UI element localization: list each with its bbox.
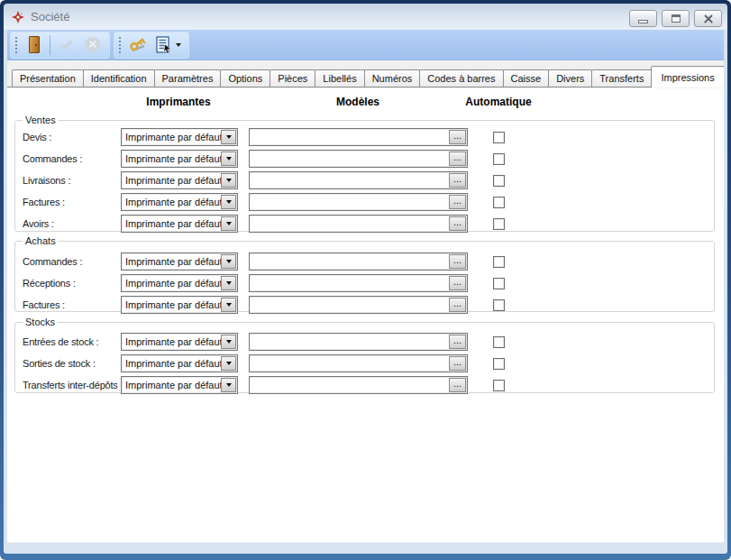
tools-button[interactable] [125, 33, 150, 57]
validate-button[interactable] [54, 33, 78, 57]
printer-select[interactable]: Imprimante par défaut [121, 252, 238, 271]
restore-button[interactable] [662, 10, 690, 27]
impressions-page: Imprimantes Modèles Automatique Ventes D… [7, 88, 724, 542]
chevron-down-icon[interactable] [221, 151, 236, 166]
browse-button[interactable]: ... [449, 173, 466, 188]
tab-presentation[interactable]: Présentation [12, 69, 84, 87]
printer-select[interactable]: Imprimante par défaut [121, 354, 238, 372]
automatic-checkbox[interactable] [493, 256, 505, 268]
model-field: ... [249, 128, 468, 146]
automatic-checkbox[interactable] [493, 153, 505, 165]
browse-button[interactable]: ... [449, 195, 466, 209]
row-label: Sorties de stock : [23, 358, 121, 369]
automatic-checkbox[interactable] [493, 336, 505, 348]
tab-codes-a-barres[interactable]: Codes à barres [419, 69, 503, 87]
chevron-down-icon[interactable] [221, 173, 236, 188]
toolbar-grip-handle[interactable] [14, 35, 17, 54]
toolbar-grip-handle[interactable] [117, 35, 121, 54]
browse-button[interactable]: ... [449, 335, 466, 349]
group-achats: Achats Commandes : Imprimante par défaut… [14, 235, 715, 312]
model-input[interactable] [250, 277, 449, 289]
app-logo-icon [11, 10, 25, 24]
cancel-button[interactable] [80, 33, 105, 57]
chevron-down-icon[interactable] [221, 356, 236, 371]
report-list-icon [155, 36, 173, 54]
printer-select[interactable]: Imprimante par défaut [121, 274, 238, 292]
printer-select[interactable]: Imprimante par défaut [121, 215, 238, 233]
tab-options[interactable]: Options [220, 69, 270, 87]
model-input[interactable] [250, 379, 449, 391]
browse-button[interactable]: ... [449, 378, 466, 392]
printer-select[interactable]: Imprimante par défaut [121, 171, 238, 189]
tab-transferts[interactable]: Transferts [591, 69, 652, 87]
automatic-checkbox[interactable] [493, 218, 505, 230]
tab-libelles[interactable]: Libellés [315, 69, 364, 87]
model-input[interactable] [250, 298, 449, 311]
preview-report-button[interactable] [151, 33, 184, 57]
column-header-models: Modèles [336, 96, 379, 108]
chevron-down-icon[interactable] [221, 335, 236, 349]
cancel-circle-icon [85, 37, 100, 52]
group-stocks: Stocks Entrées de stock : Imprimante par… [14, 317, 715, 393]
row-factures-achats: Factures : Imprimante par défaut ... [23, 294, 714, 316]
tab-parametres[interactable]: Paramètres [154, 69, 222, 87]
automatic-checkbox[interactable] [493, 132, 505, 143]
automatic-checkbox[interactable] [493, 380, 505, 391]
tabstrip: Présentation Identification Paramètres O… [7, 68, 724, 87]
tab-impressions[interactable]: Impressions [651, 66, 724, 87]
tab-divers[interactable]: Divers [548, 69, 592, 87]
chevron-down-icon[interactable] [221, 195, 236, 209]
chevron-down-icon[interactable] [221, 276, 236, 290]
model-field: ... [249, 296, 468, 314]
row-entrees-stock: Entrées de stock : Imprimante par défaut… [23, 331, 714, 353]
automatic-checkbox[interactable] [493, 299, 505, 311]
minimize-icon [638, 20, 648, 23]
browse-button[interactable]: ... [449, 216, 466, 231]
model-input[interactable] [250, 255, 449, 268]
model-input[interactable] [250, 131, 449, 143]
printer-select[interactable]: Imprimante par défaut [121, 333, 238, 351]
printer-select[interactable]: Imprimante par défaut [121, 150, 238, 168]
model-input[interactable] [250, 196, 449, 208]
model-input[interactable] [250, 335, 449, 348]
model-field: ... [249, 376, 468, 394]
tab-identification[interactable]: Identification [83, 69, 155, 87]
row-label: Factures : [23, 197, 121, 207]
chevron-down-icon[interactable] [221, 298, 236, 312]
exit-button[interactable] [22, 33, 46, 57]
model-input[interactable] [250, 217, 449, 230]
browse-button[interactable]: ... [449, 130, 466, 144]
column-header-automatic: Automatique [465, 96, 531, 108]
printer-select[interactable]: Imprimante par défaut [121, 376, 238, 394]
browse-button[interactable]: ... [449, 151, 466, 166]
printer-select[interactable]: Imprimante par défaut [121, 128, 238, 146]
automatic-checkbox[interactable] [493, 358, 505, 370]
model-input[interactable] [250, 174, 449, 187]
chevron-down-icon[interactable] [221, 130, 236, 144]
chevron-down-icon[interactable] [221, 378, 236, 392]
tab-numeros[interactable]: Numéros [364, 69, 421, 87]
minimize-button[interactable] [629, 10, 657, 27]
browse-button[interactable]: ... [449, 356, 466, 371]
group-legend: Ventes [23, 115, 59, 125]
automatic-checkbox[interactable] [493, 175, 505, 187]
printer-select[interactable]: Imprimante par défaut [121, 193, 238, 211]
chevron-down-icon[interactable] [221, 216, 236, 231]
close-button[interactable] [694, 10, 722, 27]
tab-caisse[interactable]: Caisse [503, 69, 550, 87]
automatic-checkbox[interactable] [493, 197, 505, 208]
column-header-printers: Imprimantes [146, 96, 210, 108]
browse-button[interactable]: ... [449, 254, 466, 269]
model-field: ... [249, 354, 468, 372]
browse-button[interactable]: ... [449, 298, 466, 312]
browse-button[interactable]: ... [449, 276, 466, 290]
toolbar-separator [50, 35, 50, 55]
titlebar[interactable]: Société [4, 4, 727, 30]
printer-select[interactable]: Imprimante par défaut [121, 296, 238, 314]
tab-pieces[interactable]: Pièces [270, 69, 315, 87]
row-label: Commandes : [23, 153, 121, 164]
chevron-down-icon[interactable] [221, 254, 236, 269]
automatic-checkbox[interactable] [493, 278, 505, 289]
model-input[interactable] [250, 357, 449, 370]
model-input[interactable] [250, 152, 449, 165]
